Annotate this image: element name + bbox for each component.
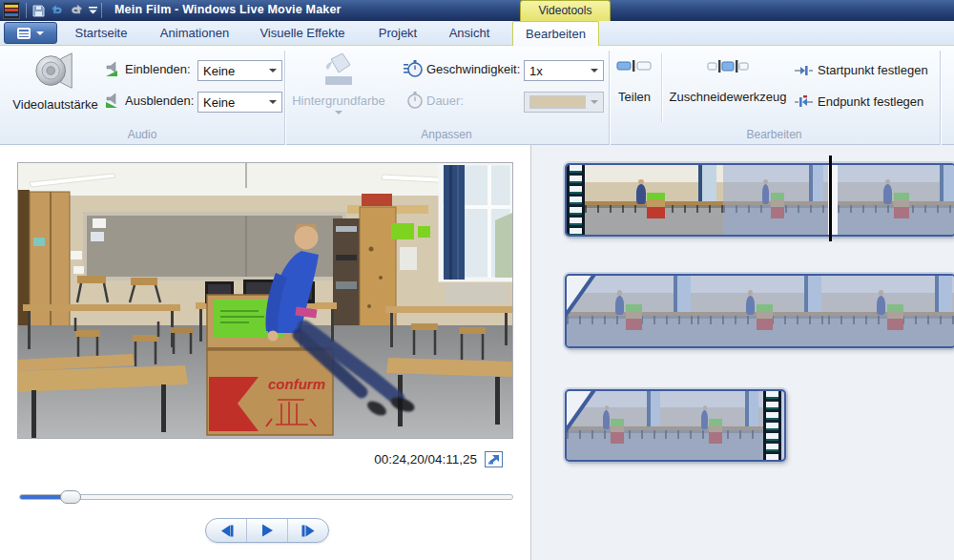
videolautstaerke-button[interactable]: Videolautstärke bbox=[10, 50, 101, 112]
selection-tint bbox=[665, 391, 763, 460]
save-icon[interactable] bbox=[31, 2, 47, 19]
clip-thumbnail[interactable] bbox=[723, 165, 828, 235]
clip-thumbnail[interactable] bbox=[838, 165, 954, 235]
tab-visuelle-effekte[interactable]: Visuelle Effekte bbox=[252, 21, 353, 45]
selection-tint bbox=[723, 165, 828, 235]
seek-slider[interactable] bbox=[19, 494, 513, 500]
filmstrip-frame bbox=[5, 13, 18, 16]
teilen-label: Teilen bbox=[618, 90, 651, 104]
divider bbox=[101, 3, 102, 18]
ribbon: Videolautstärke Einblenden: Keine Ausble… bbox=[0, 45, 954, 145]
duration-label: Dauer: bbox=[426, 93, 464, 108]
fullscreen-icon bbox=[487, 454, 500, 465]
app-window: Mein Film - Windows Live Movie Maker Vid… bbox=[0, 0, 954, 560]
clip-thumbnail[interactable] bbox=[828, 276, 954, 346]
seek-slider-thumb[interactable] bbox=[60, 490, 81, 504]
tab-bearbeiten[interactable]: Bearbeiten bbox=[512, 21, 599, 46]
speed-select[interactable]: 1x bbox=[524, 60, 604, 81]
filmstrip-icon[interactable] bbox=[3, 2, 20, 19]
chevron-down-icon bbox=[335, 111, 342, 114]
ribbon-tab-row: Startseite Animationen Visuelle Effekte … bbox=[0, 21, 954, 45]
speaker-icon bbox=[33, 50, 77, 93]
app-menu-button[interactable] bbox=[4, 22, 57, 44]
thumb-box bbox=[647, 193, 665, 218]
startpunkt-label: Startpunkt festlegen bbox=[818, 63, 928, 77]
zuschneidewerkzeug-label: Zuschneidewerkzeug bbox=[670, 90, 787, 104]
endpunkt-label: Endpunkt festlegen bbox=[818, 94, 923, 109]
filmstrip-frame bbox=[5, 9, 18, 11]
menu-icon bbox=[17, 28, 31, 39]
undo-icon[interactable] bbox=[50, 2, 66, 19]
filmstrip-sprockets bbox=[567, 165, 585, 235]
tab-animationen[interactable]: Animationen bbox=[151, 21, 238, 45]
endpunkt-button[interactable]: Endpunkt festlegen bbox=[795, 94, 923, 109]
content-area: confurm bbox=[0, 145, 954, 560]
timeline-clip-row-3[interactable] bbox=[565, 389, 786, 462]
fade-out-select[interactable]: Keine bbox=[197, 92, 282, 113]
play-button[interactable] bbox=[247, 519, 288, 542]
stopwatch-icon bbox=[404, 91, 423, 110]
chevron-down-icon bbox=[269, 69, 277, 73]
video-preview: confurm bbox=[17, 162, 513, 439]
timeline-playhead[interactable] bbox=[829, 156, 832, 241]
fade-out-value: Keine bbox=[203, 95, 235, 110]
teilen-button[interactable]: Teilen bbox=[611, 57, 658, 104]
fade-in-select[interactable]: Keine bbox=[197, 60, 282, 81]
next-frame-button[interactable] bbox=[288, 519, 328, 542]
storyboard-pane bbox=[531, 145, 954, 560]
redo-icon[interactable] bbox=[68, 2, 84, 19]
duration-swatch bbox=[529, 95, 586, 109]
group-separator bbox=[661, 53, 662, 122]
bearbeiten-group-label: Bearbeiten bbox=[609, 128, 940, 141]
tab-startseite[interactable]: Startseite bbox=[67, 21, 135, 45]
classroom-video-frame: confurm bbox=[18, 163, 512, 438]
play-icon bbox=[260, 524, 274, 537]
split-clip-icon bbox=[616, 57, 653, 74]
clip-thumbnail[interactable] bbox=[697, 276, 828, 346]
timeline-clip-row-1[interactable] bbox=[565, 163, 954, 237]
clip-thumbnail[interactable] bbox=[585, 165, 723, 235]
title-bar: Mein Film - Windows Live Movie Maker Vid… bbox=[0, 0, 954, 21]
chevron-down-icon bbox=[591, 100, 598, 104]
anpassen-group-label: Anpassen bbox=[284, 128, 609, 141]
filmstrip-frame bbox=[5, 5, 18, 8]
paint-bucket-icon bbox=[318, 50, 360, 92]
hintergrundfarbe-button[interactable]: Hintergrundfarbe bbox=[288, 50, 389, 114]
selection-tint bbox=[697, 276, 828, 346]
audio-group-label: Audio bbox=[0, 128, 284, 141]
speed-value: 1x bbox=[529, 64, 543, 78]
next-frame-icon bbox=[301, 525, 317, 537]
videolautstaerke-label: Videolautstärke bbox=[12, 97, 97, 112]
zuschneidewerkzeug-button[interactable]: Zuschneidewerkzeug bbox=[665, 57, 791, 104]
tab-projekt[interactable]: Projekt bbox=[368, 21, 427, 45]
duration-select[interactable] bbox=[524, 92, 604, 113]
divider bbox=[26, 3, 27, 18]
chevron-down-icon bbox=[36, 31, 44, 35]
fade-in-label: Einblenden: bbox=[125, 62, 191, 76]
previous-frame-icon bbox=[218, 525, 235, 537]
hintergrundfarbe-label: Hintergrundfarbe bbox=[292, 93, 385, 108]
speed-label: Geschwindigkeit: bbox=[426, 62, 520, 76]
clip-thumbnail[interactable] bbox=[665, 391, 763, 460]
fade-out-label: Ausblenden: bbox=[125, 93, 194, 108]
window-title: Mein Film - Windows Live Movie Maker bbox=[114, 3, 342, 16]
tab-ansicht[interactable]: Ansicht bbox=[440, 21, 499, 45]
startpunkt-button[interactable]: Startpunkt festlegen bbox=[795, 63, 928, 77]
stopwatch-icon bbox=[404, 59, 423, 78]
timeline-clip-row-2[interactable] bbox=[565, 274, 954, 348]
fade-in-value: Keine bbox=[203, 64, 235, 78]
selection-tint bbox=[838, 165, 954, 235]
trim-clip-icon bbox=[707, 57, 749, 74]
chevron-down-icon[interactable] bbox=[85, 2, 101, 19]
thumb-window bbox=[698, 165, 716, 204]
thumb-person bbox=[636, 184, 646, 203]
set-start-icon bbox=[795, 64, 813, 77]
previous-frame-button[interactable] bbox=[206, 519, 247, 542]
filmstrip-sprockets bbox=[763, 391, 781, 460]
selection-tint bbox=[828, 276, 954, 346]
transport-controls bbox=[205, 518, 329, 543]
chevron-down-icon bbox=[269, 100, 277, 104]
speaker-fade-in-icon bbox=[105, 61, 121, 77]
fullscreen-button[interactable] bbox=[485, 451, 503, 467]
contextual-tab-group-label: Videotools bbox=[520, 0, 611, 21]
